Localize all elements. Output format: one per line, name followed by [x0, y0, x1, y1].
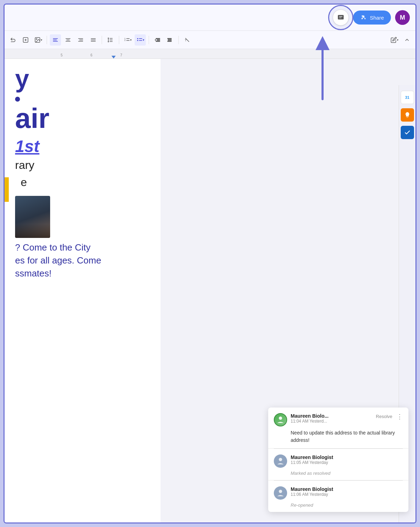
comment-1-header: Maureen Biolo... 11:04 AM Yesterd... Res… [274, 413, 403, 426]
header: Share M [5, 5, 415, 31]
svg-rect-34 [126, 40, 129, 41]
comment-3-header: Maureen Biologist 11:06 AM Yesterday [274, 486, 403, 500]
svg-rect-32 [126, 38, 129, 39]
doc-image-overlay [15, 224, 50, 238]
comment-item-3: Maureen Biologist 11:06 AM Yesterday Re-… [268, 481, 408, 512]
svg-rect-26 [91, 40, 96, 40]
toolbar-justify-btn[interactable] [88, 34, 99, 46]
share-button[interactable]: Share [353, 11, 391, 25]
comment-3-avatar-icon [276, 488, 285, 498]
toolbar-divider-4 [149, 36, 149, 44]
comment-1-meta: Maureen Biolo... 11:04 AM Yesterd... [291, 413, 371, 424]
comment-1-avatar-icon [276, 415, 285, 425]
comment-2-status: Marked as resolved [291, 471, 403, 476]
svg-text:2.: 2. [124, 39, 126, 41]
avatar-letter: M [400, 14, 405, 21]
svg-rect-41 [156, 41, 160, 42]
svg-rect-44 [168, 41, 171, 42]
toolbar-image-btn[interactable]: ▾ [33, 34, 44, 46]
toolbar-bullet-list-btn[interactable]: ▾ [135, 34, 146, 46]
document-left-panel[interactable]: y air 1st rary e ? Come to the City es f… [5, 59, 161, 522]
comment-button-container [333, 9, 349, 26]
check-icon [404, 129, 411, 136]
user-avatar[interactable]: M [395, 10, 410, 25]
comment-2-meta: Maureen Biologist 11:05 AM Yesterday [291, 454, 403, 465]
comment-2-header: Maureen Biologist 11:05 AM Yesterday [274, 454, 403, 468]
lightbulb-icon [404, 111, 411, 118]
svg-rect-38 [139, 40, 142, 41]
doc-text-come: ? Come to the City [15, 242, 154, 253]
comment-button[interactable] [333, 9, 349, 26]
comment-icon [337, 14, 345, 21]
toolbar-collapse-btn[interactable] [401, 34, 413, 46]
sidebar-check-icon[interactable] [401, 126, 414, 139]
comments-panel: Maureen Biolo... 11:04 AM Yesterd... Res… [268, 408, 408, 512]
toolbar-line-height-btn[interactable] [105, 34, 116, 46]
toolbar-align-left-btn[interactable] [50, 34, 61, 46]
svg-rect-40 [157, 40, 160, 40]
sidebar-calendar-icon[interactable]: 31 [401, 91, 414, 104]
svg-rect-43 [169, 40, 171, 40]
svg-point-49 [279, 490, 282, 493]
comment-3-meta: Maureen Biologist 11:06 AM Yesterday [291, 486, 403, 497]
comment-3-avatar [274, 486, 287, 500]
toolbar-edit-btn[interactable]: ▾ [389, 34, 400, 46]
comment-1-actions: Resolve ⋮ [374, 413, 403, 420]
svg-rect-20 [67, 40, 70, 40]
doc-text-y: y [15, 66, 154, 91]
doc-text-1st: 1st [15, 137, 154, 156]
svg-rect-23 [79, 40, 83, 40]
calendar-label: 31 [405, 95, 409, 100]
toolbar-align-right-btn[interactable] [75, 34, 86, 46]
svg-rect-25 [91, 38, 96, 39]
main-content: y air 1st rary e ? Come to the City es f… [5, 59, 415, 522]
ruler: 5 6 7 [5, 49, 415, 59]
comment-1-avatar [274, 413, 287, 426]
svg-rect-24 [78, 41, 83, 42]
svg-rect-39 [156, 38, 160, 39]
toolbar-decrease-indent-btn[interactable] [152, 34, 163, 46]
comment-3-time: 11:06 AM Yesterday [291, 492, 403, 497]
toolbar-increase-indent-btn[interactable] [164, 34, 176, 46]
toolbar-divider-3 [119, 36, 119, 44]
svg-text:T: T [185, 39, 187, 42]
resolve-button[interactable]: Resolve [374, 413, 394, 420]
doc-text-ages: es for all ages. Come [15, 255, 154, 266]
toolbar-clear-format-btn[interactable]: T [182, 34, 193, 46]
toolbar-insert-btn[interactable] [20, 34, 31, 46]
comment-3-name: Maureen Biologist [291, 486, 403, 492]
toolbar-numbered-list-btn[interactable]: 1. 2. ▾ [122, 34, 133, 46]
comment-3-status: Re-opened [291, 502, 403, 508]
comment-2-avatar [274, 454, 287, 468]
svg-rect-27 [91, 41, 96, 42]
toolbar-back-btn[interactable] [7, 34, 19, 46]
svg-rect-19 [66, 38, 70, 39]
ruler-tab-stop [111, 56, 116, 59]
svg-point-5 [364, 18, 365, 19]
comment-1-name: Maureen Biolo... [291, 413, 371, 419]
comment-item-1: Maureen Biolo... 11:04 AM Yesterd... Res… [268, 408, 408, 449]
document-area: y air 1st rary e ? Come to the City es f… [5, 59, 415, 522]
svg-rect-22 [78, 38, 83, 39]
sidebar-lightbulb-icon[interactable] [401, 108, 414, 122]
svg-rect-17 [53, 40, 57, 40]
ruler-mark-6: 6 [90, 53, 93, 57]
svg-point-8 [362, 15, 363, 17]
svg-point-15 [36, 39, 37, 39]
doc-image [15, 196, 50, 238]
doc-yellow-bar [5, 177, 9, 202]
toolbar-divider-5 [178, 36, 179, 44]
more-options-button[interactable]: ⋮ [397, 413, 403, 420]
toolbar-align-center-btn[interactable] [62, 34, 74, 46]
comment-1-body: Need to update this address to the actua… [291, 429, 403, 444]
share-icon [360, 14, 367, 21]
doc-text-air: air [15, 104, 154, 132]
svg-line-7 [364, 17, 365, 18]
ruler-mark-5: 5 [61, 53, 63, 57]
toolbar-divider-2 [102, 36, 102, 44]
svg-rect-18 [53, 41, 58, 42]
svg-point-35 [137, 38, 138, 39]
svg-rect-21 [66, 41, 70, 42]
comment-2-name: Maureen Biologist [291, 454, 403, 460]
comment-item-2: Maureen Biologist 11:05 AM Yesterday Mar… [268, 449, 408, 480]
